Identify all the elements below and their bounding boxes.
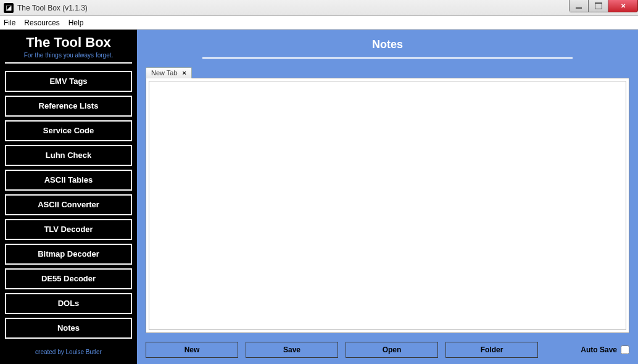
- autosave-control[interactable]: Auto Save: [581, 345, 629, 354]
- sidebar-title: The Tool Box: [26, 35, 111, 51]
- sidebar-item-emv-tags[interactable]: EMV Tags: [5, 71, 132, 92]
- folder-button[interactable]: Folder: [445, 342, 538, 358]
- menu-resources[interactable]: Resources: [24, 19, 59, 27]
- tab-new-tab[interactable]: New Tab ×: [146, 67, 192, 78]
- autosave-checkbox[interactable]: [621, 345, 629, 354]
- menu-help[interactable]: Help: [68, 19, 84, 27]
- title-underline: [202, 57, 573, 59]
- sidebar-item-de55-decoder[interactable]: DE55 Decoder: [5, 268, 132, 289]
- window-close-button[interactable]: [608, 0, 638, 12]
- content-header: Notes: [137, 30, 638, 62]
- open-button[interactable]: Open: [346, 342, 438, 358]
- tab-label: New Tab: [151, 69, 178, 77]
- new-button[interactable]: New: [146, 342, 238, 358]
- sidebar-tagline: For the things you always forget.: [24, 52, 114, 59]
- sidebar-nav: EMV Tags Reference Lists Service Code Lu…: [5, 71, 132, 339]
- sidebar-item-reference-lists[interactable]: Reference Lists: [5, 96, 132, 117]
- sidebar-item-notes[interactable]: Notes: [5, 318, 132, 339]
- editor-frame: [146, 78, 629, 333]
- menubar: File Resources Help: [0, 16, 638, 30]
- tabstrip: New Tab ×: [146, 65, 629, 78]
- sidebar-item-ascii-tables[interactable]: ASCII Tables: [5, 170, 132, 191]
- sidebar-item-bitmap-decoder[interactable]: Bitmap Decoder: [5, 244, 132, 265]
- app-icon: ◪: [4, 3, 14, 13]
- sidebar-item-tlv-decoder[interactable]: TLV Decoder: [5, 219, 132, 240]
- footer: New Save Open Folder Auto Save: [137, 337, 638, 364]
- sidebar: The Tool Box For the things you always f…: [0, 30, 137, 364]
- sidebar-divider: [5, 62, 132, 64]
- notes-editor[interactable]: [149, 81, 626, 330]
- window-controls: [569, 0, 638, 12]
- sidebar-item-dols[interactable]: DOLs: [5, 293, 132, 314]
- sidebar-credit: created by Louise Butler: [35, 344, 102, 359]
- sidebar-item-service-code[interactable]: Service Code: [5, 120, 132, 141]
- workspace: New Tab ×: [137, 62, 638, 337]
- menu-file[interactable]: File: [4, 19, 15, 27]
- window-minimize-button[interactable]: [569, 0, 589, 12]
- window-maximize-button[interactable]: [589, 0, 608, 12]
- page-title: Notes: [137, 38, 638, 51]
- content-area: Notes New Tab × New Save Open Folder Aut…: [137, 30, 638, 364]
- titlebar: ◪ The Tool Box (v1.1.3): [0, 0, 638, 16]
- tab-close-icon[interactable]: ×: [181, 69, 188, 77]
- sidebar-item-ascii-converter[interactable]: ASCII Converter: [5, 194, 132, 215]
- sidebar-item-luhn-check[interactable]: Luhn Check: [5, 145, 132, 166]
- window-title: The Tool Box (v1.1.3): [17, 4, 88, 12]
- save-button[interactable]: Save: [246, 342, 338, 358]
- autosave-label: Auto Save: [581, 345, 617, 354]
